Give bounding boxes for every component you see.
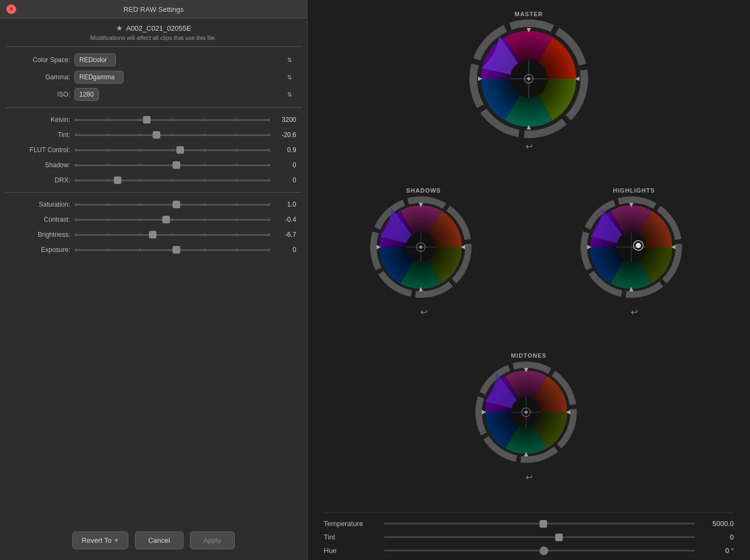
temperature-value: 5000.0 xyxy=(701,520,734,528)
close-button[interactable]: ✕ xyxy=(6,4,16,14)
settings-section: Color Space: REDcolor REDcolor2 REDcolor… xyxy=(0,47,307,107)
shadow-thumb[interactable] xyxy=(173,161,180,169)
kelvin-slider[interactable] xyxy=(74,114,270,125)
color-space-label: Color Space: xyxy=(11,56,70,64)
flut-slider[interactable] xyxy=(74,145,270,155)
svg-point-31 xyxy=(636,243,641,248)
saturation-slider[interactable] xyxy=(74,199,270,210)
saturation-track xyxy=(74,204,270,206)
revert-button[interactable]: Revert To ▼ xyxy=(72,531,128,549)
flut-thumb[interactable] xyxy=(176,146,184,154)
hue-thumb[interactable] xyxy=(540,547,548,555)
exposure-track xyxy=(74,249,270,251)
highlights-color-wheel[interactable] xyxy=(580,196,683,298)
window-title: RED RAW Settings xyxy=(124,5,184,13)
shadows-color-wheel[interactable] xyxy=(370,196,472,298)
flut-value: 0.9 xyxy=(275,146,296,154)
title-bar: ✕ RED RAW Settings xyxy=(0,0,307,18)
iso-label: ISO: xyxy=(11,91,70,98)
hue-row: Hue 0 ° xyxy=(324,547,734,555)
apply-button[interactable]: Apply xyxy=(190,531,235,549)
apply-label: Apply xyxy=(203,536,221,544)
kelvin-ticks xyxy=(74,119,270,121)
flut-label: FLUT Control: xyxy=(11,146,70,154)
file-info: ★ A002_C021_02055E xyxy=(0,18,307,35)
svg-point-43 xyxy=(524,411,528,414)
highlights-label: HIGHLIGHTS xyxy=(613,187,655,194)
bottom-tint-label: Tint xyxy=(324,533,378,541)
tint-slider[interactable] xyxy=(74,129,270,140)
shadows-label: SHADOWS xyxy=(406,187,441,194)
tint-label: Tint: xyxy=(11,131,70,139)
iso-select[interactable]: 1280 800 1600 3200 xyxy=(74,88,99,101)
chevron-down-icon: ▼ xyxy=(114,537,119,543)
tint-thumb[interactable] xyxy=(153,131,160,139)
file-icon: ★ xyxy=(116,24,123,32)
kelvin-label: Kelvin: xyxy=(11,116,70,124)
exposure-label: Exposure: xyxy=(11,246,70,254)
temperature-row: Temperature 5000.0 xyxy=(324,520,734,528)
cancel-button[interactable]: Cancel xyxy=(135,531,183,549)
sliders-section-1: Kelvin: 3200 Tint: xyxy=(0,108,307,192)
shadow-row: Shadow: 0 xyxy=(11,160,296,170)
exposure-slider[interactable] xyxy=(74,244,270,255)
drx-thumb[interactable] xyxy=(114,176,121,184)
shadow-slider[interactable] xyxy=(74,160,270,170)
exposure-row: Exposure: 0 xyxy=(11,244,296,255)
saturation-thumb[interactable] xyxy=(173,201,180,208)
exposure-thumb[interactable] xyxy=(173,246,180,254)
brightness-slider[interactable] xyxy=(74,229,270,240)
contrast-ticks xyxy=(74,219,270,221)
bottom-tint-slider[interactable] xyxy=(384,536,695,538)
highlights-wheel-container: HIGHLIGHTS xyxy=(580,187,688,317)
temperature-slider[interactable] xyxy=(384,523,695,524)
master-wheel-wrapper xyxy=(469,19,588,138)
kelvin-thumb[interactable] xyxy=(143,116,151,124)
flut-ticks xyxy=(74,149,270,151)
hue-slider[interactable] xyxy=(384,550,695,551)
shadow-track xyxy=(74,165,270,166)
drx-slider[interactable] xyxy=(74,175,270,186)
master-color-wheel[interactable] xyxy=(469,19,588,138)
right-panel: MASTER xyxy=(308,0,750,560)
shadows-wheel-container: SHADOWS xyxy=(370,187,478,317)
shadows-reset-icon[interactable]: ↩ xyxy=(420,307,427,317)
contrast-thumb[interactable] xyxy=(162,216,170,223)
contrast-slider[interactable] xyxy=(74,214,270,225)
flut-row: FLUT Control: 0.9 xyxy=(11,145,296,155)
midtones-label: MIDTONES xyxy=(511,352,547,359)
color-space-select[interactable]: REDcolor REDcolor2 REDcolor3 REDcolor4 xyxy=(74,53,116,66)
flut-track xyxy=(74,149,270,151)
shadows-wheel-wrapper xyxy=(370,196,478,304)
drx-ticks xyxy=(74,180,270,181)
brightness-row: Brightness: -6.7 xyxy=(11,229,296,240)
temperature-thumb[interactable] xyxy=(540,520,547,528)
file-name: A002_C021_02055E xyxy=(126,24,192,32)
brightness-track xyxy=(74,234,270,236)
highlights-reset-icon[interactable]: ↩ xyxy=(631,307,638,317)
exposure-value: 0 xyxy=(275,246,296,254)
drx-row: DRX: 0 xyxy=(11,175,296,186)
brightness-thumb[interactable] xyxy=(149,231,156,238)
saturation-label: Saturation: xyxy=(11,201,70,208)
drx-label: DRX: xyxy=(11,176,70,184)
tint-row: Tint: -20.6 xyxy=(11,129,296,140)
bottom-tint-thumb[interactable] xyxy=(555,534,563,541)
contrast-track xyxy=(74,219,270,221)
shadow-label: Shadow: xyxy=(11,161,70,169)
left-panel: ✕ RED RAW Settings ★ A002_C021_02055E Mo… xyxy=(0,0,308,560)
midtones-color-wheel[interactable] xyxy=(475,361,577,463)
midtones-reset-icon[interactable]: ↩ xyxy=(526,472,533,482)
hue-value: 0 ° xyxy=(701,547,734,555)
kelvin-row: Kelvin: 3200 xyxy=(11,114,296,125)
warning-text: Modifications will affect all clips that… xyxy=(0,35,307,46)
midtones-wheel-wrapper xyxy=(475,361,583,469)
master-reset-icon[interactable]: ↩ xyxy=(526,141,533,152)
gamma-select[interactable]: REDgamma REDgamma2 REDgamma3 REDgamma4 xyxy=(74,71,124,84)
iso-row: ISO: 1280 800 1600 3200 xyxy=(11,88,296,101)
master-label: MASTER xyxy=(515,11,543,17)
color-space-row: Color Space: REDcolor REDcolor2 REDcolor… xyxy=(11,53,296,66)
shadow-value: 0 xyxy=(275,161,296,169)
highlights-wheel-wrapper xyxy=(580,196,688,304)
gamma-label: Gamma: xyxy=(11,73,70,81)
